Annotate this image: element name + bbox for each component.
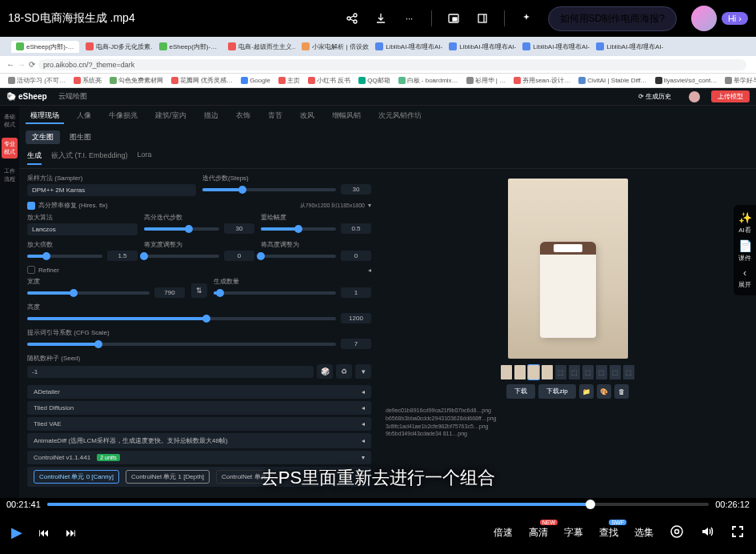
progress-track[interactable] bbox=[47, 503, 709, 506]
gen-history-button[interactable]: ⟳ 生成历史 bbox=[632, 90, 678, 102]
tab-generate[interactable]: 生成 bbox=[27, 151, 42, 165]
bookmark[interactable]: 夯用sean-设计… bbox=[514, 76, 570, 85]
bookmark[interactable]: 主页 bbox=[278, 76, 300, 85]
ai-sparkle-icon[interactable] bbox=[519, 11, 534, 26]
dice-icon[interactable]: 🎲 bbox=[317, 364, 333, 379]
tab-img2img[interactable]: 图生图 bbox=[63, 130, 98, 144]
expand-button[interactable]: ‹展开 bbox=[737, 267, 753, 289]
mode-tab[interactable]: 人像 bbox=[72, 109, 96, 124]
tab-lora[interactable]: Lora bbox=[138, 151, 152, 165]
height-slider[interactable] bbox=[27, 317, 336, 320]
ai-question-button[interactable]: 如何用SD制作电商海报? bbox=[548, 6, 677, 31]
collapse-icon[interactable]: ▾ bbox=[368, 202, 371, 209]
bookmark[interactable]: 莘学好与: 知乎… bbox=[725, 76, 756, 85]
collapse-icon[interactable]: ◂ bbox=[368, 267, 371, 274]
download-button[interactable]: 下载 bbox=[506, 384, 535, 399]
reload-icon[interactable]: ⟳ bbox=[29, 60, 35, 69]
tab-txt2img[interactable]: 文生图 bbox=[26, 130, 60, 144]
fullscreen-icon[interactable] bbox=[730, 524, 745, 541]
browser-tab[interactable]: 小家电解析 | 倍设效果… bbox=[297, 41, 369, 53]
pip-icon[interactable] bbox=[446, 11, 461, 26]
browser-tab[interactable]: LiblibAI-哩布哩布AI-… bbox=[444, 41, 516, 53]
thumb[interactable] bbox=[542, 365, 553, 379]
mode-tab[interactable]: 模理现场 bbox=[26, 109, 64, 124]
browser-tab[interactable]: eSheep(内部)-… bbox=[154, 41, 222, 53]
accordion-tiled-diffusion[interactable]: Tiled Diffusion◂ bbox=[27, 401, 371, 415]
collapse-icon[interactable] bbox=[475, 11, 490, 26]
accordion-adetailer[interactable]: ADetailer◂ bbox=[27, 385, 371, 399]
thumb[interactable] bbox=[514, 365, 526, 379]
thumb[interactable] bbox=[501, 365, 512, 379]
browser-tab[interactable]: 电商-超级而生主义… bbox=[223, 41, 295, 53]
subtitle-button[interactable]: 字幕 bbox=[564, 526, 583, 540]
hires-steps-slider[interactable] bbox=[144, 227, 219, 231]
seed-input[interactable]: -1 bbox=[27, 366, 314, 378]
sampler-select[interactable]: DPM++ 2M Karras bbox=[27, 184, 196, 196]
settings-icon[interactable] bbox=[670, 524, 684, 541]
bookmark[interactable]: 衫用华 | … bbox=[466, 76, 506, 85]
mode-tab[interactable]: 衣饰 bbox=[231, 109, 255, 124]
download-icon[interactable] bbox=[374, 11, 388, 26]
thumb-selected[interactable] bbox=[528, 365, 539, 379]
more-icon[interactable]: ··· bbox=[402, 11, 417, 26]
prev-button[interactable]: ⏮ bbox=[38, 526, 50, 539]
cfg-slider[interactable] bbox=[27, 343, 336, 346]
bookmark[interactable]: CivitAI | Stable Diff… bbox=[578, 77, 646, 84]
find-button[interactable]: 查找SWF bbox=[599, 526, 618, 540]
bookmark[interactable]: 花瓣网 优秀灵感… bbox=[171, 76, 233, 85]
mode-tab[interactable]: 次元风销作坊 bbox=[374, 109, 426, 124]
recycle-icon[interactable]: ♻ bbox=[336, 364, 352, 379]
bookmark[interactable]: Ilyasviel/sd_cont… bbox=[655, 77, 718, 84]
bookmark[interactable]: 系统亮 bbox=[74, 76, 102, 85]
progress-thumb[interactable] bbox=[586, 500, 595, 509]
preview-image[interactable] bbox=[508, 179, 628, 359]
courseware-button[interactable]: 📄课件 bbox=[737, 239, 753, 263]
mode-tab[interactable]: 牛像损兆 bbox=[104, 109, 142, 124]
ai-watch-button[interactable]: ✨AI看 bbox=[737, 211, 753, 235]
forward-icon[interactable]: → bbox=[18, 60, 26, 69]
steps-slider[interactable] bbox=[202, 188, 336, 191]
controlnet-header[interactable]: ControlNet v1.1.441 2 units ▾ bbox=[27, 451, 371, 464]
folder-icon[interactable]: 📁 bbox=[579, 384, 594, 399]
tab-embedding[interactable]: 嵌入式 (T.I. Embedding) bbox=[51, 151, 128, 165]
next-button[interactable]: ⏭ bbox=[66, 526, 77, 539]
mode-tab[interactable]: 增幅风销 bbox=[327, 109, 366, 124]
mode-tab[interactable]: 描边 bbox=[199, 109, 223, 124]
width-mult-slider[interactable] bbox=[144, 255, 219, 258]
bookmark[interactable]: QQ邮箱 bbox=[358, 76, 390, 85]
quality-button[interactable]: 高清NEW bbox=[529, 526, 548, 540]
bookmark[interactable]: 白板 - boardmix… bbox=[398, 76, 458, 85]
browser-tab[interactable]: 电商-JD多元化质素… bbox=[81, 41, 153, 53]
upscaler-select[interactable]: Lanczos bbox=[27, 223, 138, 235]
steps-value[interactable]: 30 bbox=[341, 184, 371, 195]
play-button[interactable]: ▶ bbox=[11, 524, 22, 541]
swap-icon[interactable]: ⇅ bbox=[191, 283, 207, 298]
batch-slider[interactable] bbox=[214, 291, 336, 295]
episodes-button[interactable]: 选集 bbox=[634, 526, 654, 540]
avatar[interactable] bbox=[691, 6, 717, 31]
bookmark[interactable]: Google bbox=[241, 77, 270, 84]
volume-icon[interactable] bbox=[700, 524, 714, 541]
accordion-tiled-vae[interactable]: Tiled VAE◂ bbox=[27, 417, 371, 431]
palette-icon[interactable]: 🎨 bbox=[597, 384, 611, 399]
controlnet-unit-0[interactable]: ControlNet 单元 0 [Canny] bbox=[34, 470, 119, 484]
thumb-placeholder[interactable]: ⬚ bbox=[596, 365, 607, 379]
thumb-placeholder[interactable]: ⬚ bbox=[582, 365, 594, 379]
denoising-slider[interactable] bbox=[261, 227, 336, 231]
rail-basic-mode[interactable]: 基础模式 bbox=[2, 110, 18, 131]
thumb-placeholder[interactable]: ⬚ bbox=[569, 365, 580, 379]
upload-model-button[interactable]: 上传模型 bbox=[711, 90, 750, 102]
height-mult-slider[interactable] bbox=[261, 255, 336, 258]
browser-tab[interactable]: LiblibAI-哩布哩布AI-… bbox=[370, 41, 442, 53]
speed-button[interactable]: 倍速 bbox=[494, 526, 513, 540]
controlnet-unit-1[interactable]: ControlNet 单元 1 [Depth] bbox=[126, 470, 210, 484]
thumb-placeholder[interactable]: ⬚ bbox=[623, 365, 634, 379]
scale-slider[interactable] bbox=[27, 255, 102, 258]
mode-tab[interactable]: 青苔 bbox=[263, 109, 287, 124]
bookmark[interactable]: 活动学习 (不可… bbox=[8, 76, 66, 85]
user-avatar[interactable] bbox=[689, 91, 700, 102]
cloud-draw-link[interactable]: 云端绘图 bbox=[58, 91, 621, 102]
thumb-placeholder[interactable]: ⬚ bbox=[555, 365, 566, 379]
accordion-animatediff[interactable]: AnimateDiff (选用LCM采样器，生成速度更快。支持总帧数最大48帧)… bbox=[27, 433, 371, 448]
mode-tab[interactable]: 改风 bbox=[295, 109, 319, 124]
